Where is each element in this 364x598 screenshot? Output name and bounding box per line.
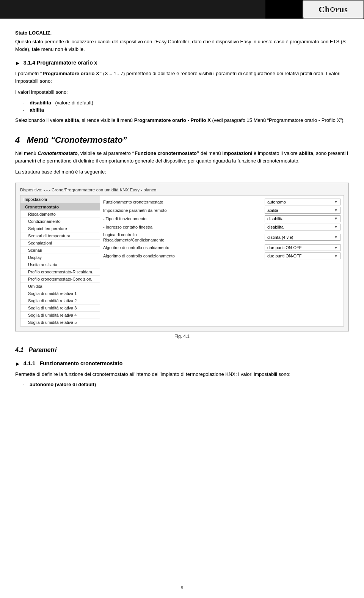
logo-text: Chrus — [318, 5, 348, 14]
param-row-ingresso: - Ingresso contatto finestra disabilita▼ — [103, 224, 340, 230]
chapter-4-body1: Nel menù Cronotermostato, visibile se al… — [15, 150, 349, 164]
screenshot-box: Dispositivo: -.-.- Crono/Programmatore c… — [15, 183, 349, 331]
sidebar-item-umidita: Umidità — [20, 283, 100, 290]
dropdown-arrow-icon-6: ▼ — [334, 246, 338, 250]
dropdown-arrow-icon: ▼ — [334, 200, 338, 204]
stato-body: Questo stato permette di localizzare i c… — [15, 38, 349, 53]
param-value-algoritmo-cond[interactable]: due punti ON-OFF▼ — [265, 252, 340, 259]
param-label-ingresso: - Ingresso contatto finestra — [103, 225, 265, 229]
sidebar-item-soglia4: Soglia di umidità relativa 4 — [20, 312, 100, 319]
sidebar-item-riscaldamento: Riscaldamento — [20, 211, 100, 218]
sidebar-item-profilo-risc: Profilo cronotermostato-Riscaldam. — [20, 268, 100, 276]
chapter-4-body2: La struttura base del menù è la seguente… — [15, 168, 349, 176]
section-4-1-1-body1: Permette di definire la funzione del cro… — [15, 371, 349, 378]
sidebar-item-soglia5: Soglia di umidità relativa 5 — [20, 319, 100, 326]
sidebar-item-setpoint: Setpoint temperature — [20, 225, 100, 232]
param-value-algoritmo-risc[interactable]: due punti ON-OFF▼ — [265, 244, 340, 251]
screenshot-title: Dispositivo: -.-.- Crono/Programmatore c… — [20, 188, 344, 192]
sidebar-item-condizionamento: Condizionamento — [20, 218, 100, 225]
param-value-tipo[interactable]: disabilita▼ — [265, 215, 340, 222]
dash-icon-3: - — [23, 382, 24, 387]
dash-icon: - — [23, 100, 24, 106]
chorus-logo: Chrus — [303, 0, 364, 19]
arrow-icon-2: ► — [15, 361, 20, 367]
param-value-impostazione[interactable]: abilita▼ — [265, 207, 340, 214]
param-label-logica: Logica di controlloRiscaldamento/Condizi… — [103, 232, 265, 243]
param-value-ingresso[interactable]: disabilita▼ — [265, 224, 340, 230]
sidebar-item-scenari: Scenari — [20, 247, 100, 254]
sidebar-item-cronotermostato: Cronotermostato — [20, 204, 100, 211]
param-label-algoritmo-cond: Algoritmo di controllo condizionamento — [103, 254, 265, 258]
param-label-tipo: - Tipo di funzionamento — [103, 216, 265, 221]
param-row-algoritmo-cond: Algoritmo di controllo condizionamento d… — [103, 252, 340, 259]
section-4-1-heading: 4.1 Parametri — [15, 347, 349, 353]
dropdown-arrow-icon-2: ▼ — [334, 208, 338, 212]
param-label-funzionamento: Funzionamento cronotermostato — [103, 200, 265, 204]
sidebar-item-soglia2: Soglia di umidità relativa 2 — [20, 297, 100, 305]
param-row-funzionamento: Funzionamento cronotermostato autonomo▼ — [103, 199, 340, 205]
list-label-disabilita: disabilita (valore di default) — [30, 100, 93, 106]
section-4-1-1-heading: ► 4.1.1 Funzionamento cronotermostato — [15, 360, 349, 367]
param-value-funzionamento[interactable]: autonomo▼ — [265, 199, 340, 205]
sidebar-item-soglia1: Soglia di umidità relativa 1 — [20, 290, 100, 297]
section-3-1-4-heading: ► 3.1.4 Programmatore orario x — [15, 60, 349, 66]
sidebar-item-soglia3: Soglia di umidità relativa 3 — [20, 305, 100, 312]
chapter-4-heading: 4 Menù “Cronotermostato” — [15, 135, 349, 145]
sidebar-item-segnalazioni: Segnalazioni — [20, 240, 100, 247]
section-3-1-4-body1: I parametri “Programmatore orario X” (X … — [15, 70, 349, 85]
fig-caption: Fig. 4.1 — [15, 334, 349, 339]
chapter-4-section: 4 Menù “Cronotermostato” Nel menù Cronot… — [15, 135, 349, 176]
header-black-bar — [0, 0, 265, 19]
dropdown-arrow-icon-7: ▼ — [334, 254, 338, 258]
arrow-icon: ► — [15, 60, 20, 66]
sidebar-item-profilo-cond: Profilo cronotermostato-Condizion. — [20, 276, 100, 283]
section-3-1-4-intro: I valori impostabili sono: — [15, 88, 349, 96]
section-3-1-4-title: 3.1.4 Programmatore orario x — [24, 60, 97, 66]
page-header: Chrus — [0, 0, 364, 19]
list-label-autonomo: autonomo (valore di default) — [30, 382, 96, 387]
sidebar-item-sensori: Sensori di temperatura — [20, 232, 100, 240]
dropdown-arrow-icon-5: ▼ — [334, 235, 338, 239]
page-number: 9 — [180, 585, 183, 590]
param-row-logica: Logica di controlloRiscaldamento/Condizi… — [103, 232, 340, 243]
sidebar-header: Impostazioni — [20, 196, 100, 204]
sidebar-item-uscita: Uscita ausiliaria — [20, 261, 100, 268]
main-content-panel: Funzionamento cronotermostato autonomo▼ … — [100, 196, 344, 326]
dash-icon-2: - — [23, 107, 24, 113]
dropdown-arrow-icon-4: ▼ — [334, 225, 338, 229]
sidebar-menu: Impostazioni Cronotermostato Riscaldamen… — [20, 196, 100, 326]
param-label-impostazione: Impostazione parametri da remoto — [103, 208, 265, 213]
stato-title: Stato LOCALIZ. — [15, 30, 349, 36]
param-row-impostazione: Impostazione parametri da remoto abilita… — [103, 207, 340, 214]
param-label-algoritmo-risc: Algoritmo di controllo riscaldamento — [103, 245, 265, 250]
sidebar-item-display: Display — [20, 254, 100, 261]
list-item-disabilita: - disabilita (valore di default) — [15, 100, 349, 106]
screenshot-inner: Impostazioni Cronotermostato Riscaldamen… — [20, 195, 344, 327]
param-value-logica[interactable]: distinta (4 vie)▼ — [265, 234, 340, 241]
param-row-algoritmo-risc: Algoritmo di controllo riscaldamento due… — [103, 244, 340, 251]
section-3-1-4-body2: Selezionando il valore abilita, si rende… — [15, 117, 349, 124]
section-4-1-1-title: 4.1.1 Funzionamento cronotermostato — [24, 360, 122, 366]
param-row-tipo: - Tipo di funzionamento disabilita▼ — [103, 215, 340, 222]
list-label-abilita: abilita — [30, 107, 44, 113]
dropdown-arrow-icon-3: ▼ — [334, 216, 338, 221]
list-item-autonomo: - autonomo (valore di default) — [15, 382, 349, 387]
list-item-abilita: - abilita — [15, 107, 349, 113]
page-content: Stato LOCALIZ. Questo stato permette di … — [0, 19, 364, 412]
